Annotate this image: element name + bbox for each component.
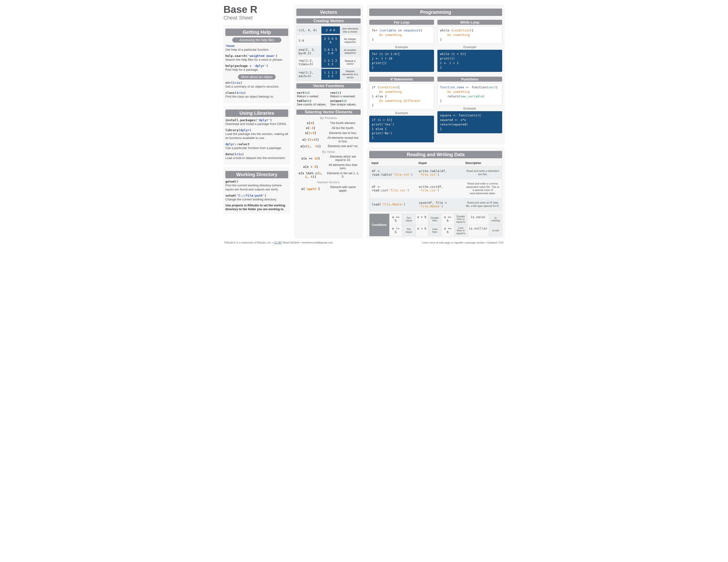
sel-desc: All elements less than zero. [326, 163, 360, 170]
cond-code: a != b [389, 225, 402, 237]
footer-right: Learn more at web page or vignette • pac… [422, 241, 504, 244]
sel-desc: Elements in the set 1, 2, 5. [326, 172, 360, 179]
code-data: data(iris) [225, 152, 244, 156]
desc-class: Find the class an object belongs to. [225, 95, 288, 99]
fn-desc: See counts of values. [297, 103, 327, 106]
panel-wd: Working Directory getwd() Find the curre… [223, 167, 290, 214]
example-label: Example [369, 111, 434, 115]
fn-desc: Return x sorted. [297, 95, 327, 98]
while-example: while (i < 5){ print(i) i <- i + 1 } [437, 50, 502, 72]
sel-code: x[2:4] [297, 131, 324, 135]
desc-help-pkg: Find help for a package. [225, 68, 288, 72]
cv-mid: 2.0 2.5 3.0 [321, 46, 340, 57]
cv-desc: A complex sequence [340, 47, 360, 56]
pill-access-help: Accessing the help files [232, 37, 281, 43]
cv-mid: 2 3 4 5 6 [321, 35, 340, 46]
code-install: install.packages('dplyr') [225, 118, 272, 122]
fn-desc: Return x reversed. [330, 95, 360, 98]
line: } [440, 66, 442, 69]
if-example: if (i > 3){ print('Yes') } else { print(… [369, 116, 434, 142]
panel-vectors: Vectors Creating Vectors c(2, 4, 6)2 4 6… [294, 5, 363, 239]
cond-code: a >= b [441, 214, 454, 225]
line: } [440, 127, 442, 131]
desc-str: Get a summary of an object's structure. [225, 85, 288, 89]
cc-link[interactable]: CC BY [274, 241, 282, 244]
cond-desc: Greater than [428, 214, 441, 225]
line: square <- function(x){ [440, 114, 481, 117]
cond-desc: Greater than or equal to [454, 214, 467, 225]
sel-code: x[x == 10] [297, 157, 324, 160]
panel-io: Reading and Writing Data Input Ouput Des… [367, 147, 505, 239]
desc-help-search: Search the help files for a word or phra… [225, 58, 288, 62]
fn-example: square <- function(x){ squared <- x*x re… [437, 111, 502, 133]
line: print(j) [372, 61, 387, 65]
subtitle: Cheat Sheet [223, 15, 290, 21]
line: return(squared) [440, 123, 468, 126]
line: j <- i + 10 [372, 57, 392, 60]
cond-desc: Not equal [402, 225, 415, 237]
h-creating-vectors: Creating Vectors [296, 18, 361, 24]
fn-code: table(x) [297, 99, 312, 103]
cv-code: 2:6 [297, 37, 321, 44]
sel-desc: Elements two to four. [326, 131, 360, 135]
fn-desc: See unique values. [330, 103, 360, 106]
sel-code: x[c(1, 5)] [297, 145, 324, 148]
cv-code: seq(2, 3, by=0.5) [297, 46, 321, 57]
io-out: write.csv(df, 'file.csv') [416, 182, 463, 195]
fn-code: unique(x) [330, 99, 347, 103]
sel-desc: Elements one and f ve. [326, 145, 360, 148]
io-in: load('file.RData') [369, 200, 416, 209]
line: if (i > 3){ [372, 118, 392, 122]
cv-desc: Repeat a vector [340, 58, 360, 67]
conditions-label: Conditions [369, 214, 389, 236]
cond-code: a == b [389, 214, 402, 225]
io-in: df <- read.csv('file.csv') [369, 182, 416, 195]
if-syntax: if (condition){ Do something } else { Do… [369, 83, 434, 110]
h-vector-fn: Vector Functions [296, 83, 361, 89]
line: } else { [372, 127, 387, 131]
example-label: Example [437, 107, 502, 110]
io-desc: Read and write an R data file, a file ty… [464, 198, 502, 211]
line: i <- i + 1 [440, 61, 459, 65]
cv-desc: An integer sequence [340, 36, 360, 45]
line: while (i < 5){ [440, 52, 466, 56]
title: Base R [223, 5, 290, 14]
cv-code: rep(1:2, each=3) [297, 69, 321, 80]
panel-libraries: Using Libraries install.packages('dplyr'… [223, 106, 290, 165]
pill-more-object: More about an object [238, 74, 276, 80]
h-vectors: Vectors [296, 9, 361, 16]
code-getwd: getwd() [225, 180, 238, 183]
sel-code: x[x < 0] [297, 165, 324, 169]
h-select-elements: Selecting Vector Elements [296, 110, 361, 115]
code-library: library(dplyr) [225, 128, 252, 132]
panel-getting-help: Getting Help Accessing the help files ?m… [223, 25, 290, 103]
line: print('No') [372, 131, 392, 135]
desc-setwd: Change the current working directory. [225, 198, 288, 201]
cond-desc: Is missing [489, 214, 502, 225]
cv-desc: Join elements into a vector [340, 25, 360, 35]
example-label: Example [437, 45, 502, 49]
desc-library: Load the package into the session, makin… [225, 132, 288, 140]
cond-code: a > b [415, 214, 428, 225]
io-out: save(df, file = 'file.Rdata') [416, 198, 463, 211]
cv-mid: 1 2 1 2 1 2 [321, 57, 340, 68]
h-libraries: Using Libraries [225, 110, 288, 117]
desc-getwd: Find the current working directory (wher… [225, 184, 288, 191]
creating-vectors-table: c(2, 4, 6)2 4 6Join elements into a vect… [296, 25, 361, 81]
cond-code: is.na(a) [467, 214, 489, 225]
desc-data: Load a built-in dataset into the environ… [225, 156, 288, 160]
footer-left: RStudio® is a trademark of RStudio, Inc.… [224, 241, 333, 244]
for-syntax: for (variable in sequence){ Do something… [369, 26, 434, 44]
wd-tip: Use projects in RStudio to set the worki… [225, 204, 288, 211]
h-io: Reading and Writing Data [369, 151, 502, 158]
sel-code: x[-4] [297, 126, 324, 130]
io-head-desc: Description [464, 160, 502, 166]
cond-desc: Less than or equal to [454, 225, 467, 237]
code-str: str(iris) [225, 81, 242, 85]
io-out: write.table(df, 'file.txt') [416, 166, 463, 179]
fn-code: rev(x) [330, 91, 341, 95]
sel-code: x[x %in% c(1, 2, 5)] [297, 171, 324, 179]
io-desc: Read and write a delimited text file. [464, 167, 502, 179]
fn-syntax: function_name <- function(var){ Do somet… [437, 83, 502, 105]
line: squared <- x*x [440, 118, 466, 122]
